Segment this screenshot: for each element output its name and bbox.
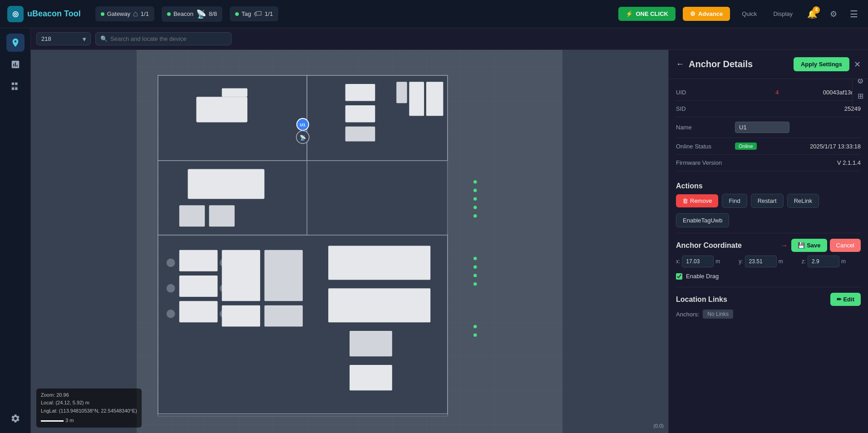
- svg-rect-9: [396, 82, 407, 103]
- coord-z-group: z: m: [802, 256, 861, 267]
- svg-rect-12: [345, 127, 375, 142]
- coord-y-group: y: m: [739, 256, 798, 267]
- links-header: Location Links ✏ Edit: [676, 287, 861, 310]
- floor-select[interactable]: 218: [36, 32, 91, 45]
- uid-row: UID 4 00043af13dde: [676, 84, 861, 101]
- zoom-info: Zoom: 20.96: [41, 391, 137, 399]
- svg-point-48: [296, 131, 309, 143]
- svg-point-44: [473, 325, 477, 329]
- svg-text:📡: 📡: [300, 134, 306, 141]
- save-label: Save: [807, 242, 820, 249]
- gateway-stat: Gateway ⌂ 1/1: [95, 6, 154, 21]
- info-section: UID 4 00043af13dde SID 25249 Name Online…: [669, 79, 868, 177]
- svg-rect-13: [158, 161, 307, 235]
- app-logo: ◎ uBeacon Tool: [7, 6, 81, 22]
- name-row: Name: [676, 117, 861, 138]
- actions-title: Actions: [669, 177, 868, 194]
- gateway-label: Gateway: [107, 10, 130, 17]
- quick-button[interactable]: Quick: [737, 8, 761, 20]
- coord-header: Anchor Coordinate → 💾 Save Cancel: [669, 233, 868, 256]
- svg-rect-30: [264, 305, 302, 327]
- tag-dot: [235, 12, 239, 16]
- gateway-icon: ⌂: [133, 9, 138, 19]
- find-button[interactable]: Find: [722, 194, 747, 208]
- sidebar-item-analytics[interactable]: [6, 55, 25, 74]
- coord-z-input[interactable]: [808, 256, 839, 267]
- svg-point-35: [473, 180, 477, 184]
- uid-label: UID: [676, 89, 735, 96]
- notification-badge: 4: [813, 6, 820, 14]
- svg-rect-10: [345, 84, 375, 101]
- apply-settings-button[interactable]: Apply Settings: [794, 57, 849, 71]
- sidebar-item-gear[interactable]: [6, 409, 25, 428]
- svg-rect-19: [167, 259, 175, 267]
- advance-label: Advance: [698, 10, 723, 17]
- svg-point-37: [473, 197, 477, 201]
- sidebar-item-settings[interactable]: [6, 77, 25, 95]
- gateway-dot: [101, 12, 104, 16]
- app-title: uBeacon Tool: [27, 9, 81, 19]
- advance-icon: ⚙: [690, 10, 695, 17]
- svg-rect-7: [426, 82, 444, 116]
- tag-stat: Tag 🏷 1/1: [230, 6, 278, 21]
- relink-button[interactable]: ReLink: [787, 194, 819, 208]
- coord-title: Anchor Coordinate: [676, 241, 780, 250]
- svg-point-42: [473, 274, 477, 277]
- notification-button[interactable]: 🔔 4: [804, 6, 820, 22]
- coord-x-input[interactable]: [682, 256, 714, 267]
- svg-rect-4: [196, 97, 247, 122]
- coord-inputs: x: m y: m z: m: [669, 256, 868, 273]
- firmware-label: Firmware Version: [676, 159, 735, 166]
- svg-rect-5: [222, 88, 247, 97]
- local-coords: Local: (24.12, 5.92) m: [41, 399, 137, 407]
- map-area[interactable]: U1 📡 Zoom: 20.96 Local: (24.12, 5.92) m …: [31, 50, 668, 433]
- save-icon: 💾: [798, 242, 805, 249]
- settings-button[interactable]: ⚙: [827, 6, 840, 22]
- enable-tag-uwb-button[interactable]: EnableTagUwb: [676, 213, 729, 227]
- search-input[interactable]: [110, 35, 227, 42]
- tag-label: Tag: [242, 10, 251, 17]
- svg-rect-29: [222, 305, 260, 327]
- anchors-row: Anchors: No Links: [676, 310, 861, 324]
- coord-z-label: z:: [802, 258, 806, 265]
- restart-button[interactable]: Restart: [751, 194, 784, 208]
- menu-button[interactable]: ☰: [847, 6, 861, 22]
- online-time: 2025/1/17 13:33:18: [810, 143, 861, 150]
- floor-plan-svg: U1 📡: [31, 50, 668, 433]
- coord-z-unit: m: [841, 258, 846, 265]
- back-button[interactable]: ←: [676, 59, 684, 69]
- close-panel-button[interactable]: ✕: [854, 59, 861, 69]
- coord-arrow-annotation: →: [780, 241, 788, 250]
- trash-icon: 🗑: [682, 197, 688, 204]
- coord-y-unit: m: [779, 258, 783, 265]
- toolbar: 218 ▼ 🔍: [31, 28, 868, 50]
- svg-point-41: [473, 266, 477, 269]
- svg-rect-16: [209, 205, 235, 226]
- svg-rect-27: [222, 250, 260, 301]
- tag-icon: 🏷: [254, 9, 262, 19]
- cancel-button[interactable]: Cancel: [830, 239, 861, 252]
- svg-rect-33: [350, 331, 392, 356]
- name-input[interactable]: [735, 122, 789, 133]
- firmware-row: Firmware Version V 2.1.1.4: [676, 155, 861, 171]
- anchors-label: Anchors:: [676, 311, 699, 318]
- one-click-label: ONE CLICK: [636, 10, 668, 17]
- coord-x-group: x: m: [676, 256, 735, 267]
- enable-drag-checkbox[interactable]: [676, 273, 682, 280]
- layers-icon-btn[interactable]: ⊞: [855, 90, 865, 102]
- sid-label: SID: [676, 105, 735, 112]
- sidebar-item-map[interactable]: [6, 34, 25, 52]
- display-button[interactable]: Display: [769, 8, 797, 20]
- coord-y-label: y:: [739, 258, 743, 265]
- search-box: 🔍: [95, 32, 232, 45]
- firmware-value: V 2.1.1.4: [837, 159, 861, 166]
- edit-button[interactable]: ✏ Edit: [830, 293, 861, 306]
- topbar: ◎ uBeacon Tool Gateway ⌂ 1/1 Beacon 📡 8/…: [0, 0, 868, 28]
- actions-row: 🗑 Remove Find Restart ReLink: [669, 194, 868, 213]
- remove-button[interactable]: 🗑 Remove: [676, 194, 718, 207]
- advance-button[interactable]: ⚙ Advance: [683, 7, 730, 21]
- save-button[interactable]: 💾 Save: [791, 239, 827, 252]
- one-click-button[interactable]: ⚡ ONE CLICK: [618, 7, 676, 21]
- svg-point-39: [473, 214, 477, 218]
- coord-y-input[interactable]: [745, 256, 777, 267]
